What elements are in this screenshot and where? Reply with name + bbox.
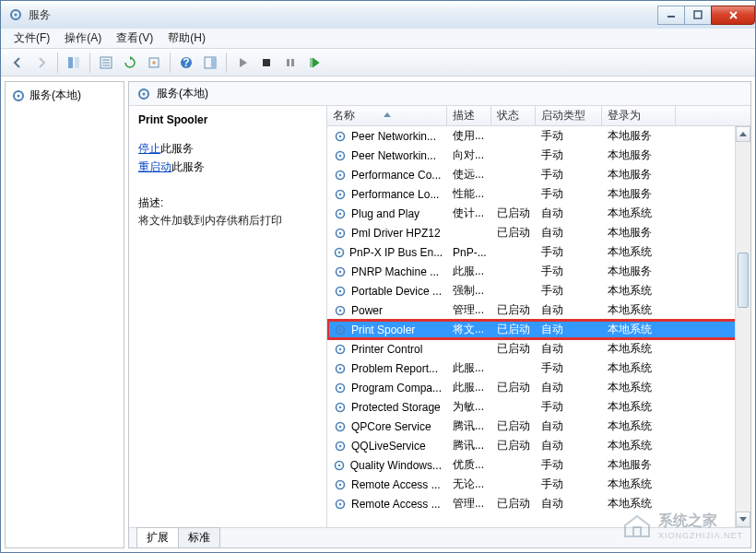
svg-point-61: [339, 502, 341, 504]
vertical-scrollbar[interactable]: [735, 126, 750, 527]
table-row[interactable]: Quality Windows...优质...手动本地服务: [327, 455, 750, 475]
refresh-button[interactable]: [119, 52, 141, 74]
toolbar-separator: [226, 53, 227, 73]
export-button[interactable]: [143, 52, 165, 74]
cell-description: PnP-...: [447, 246, 491, 259]
list-rows[interactable]: Peer Networkin...使用...手动本地服务Peer Network…: [327, 126, 750, 527]
menu-file[interactable]: 文件(F): [6, 29, 57, 48]
sort-asc-icon: [384, 107, 391, 120]
cell-description: 使用...: [447, 128, 491, 144]
table-row[interactable]: Plug and Play使计...已启动自动本地系统: [327, 204, 750, 223]
nav-root-item[interactable]: 服务(本地): [9, 86, 120, 105]
cell-startup: 手动: [536, 264, 602, 279]
cell-logon: 本地服务: [602, 457, 676, 473]
table-row[interactable]: Portable Device ...强制...手动本地系统: [327, 281, 750, 300]
cell-logon: 本地系统: [602, 399, 676, 415]
cell-name: PnP-X IP Bus En...: [327, 245, 447, 260]
properties-button[interactable]: [95, 52, 117, 74]
table-row[interactable]: Power管理...已启动自动本地系统: [327, 300, 750, 320]
table-row[interactable]: QQLiveService腾讯...已启动自动本地系统: [327, 436, 750, 455]
selected-service-title: Print Spooler: [138, 113, 317, 126]
table-row[interactable]: Problem Report...此服...手动本地系统: [327, 359, 750, 378]
svg-point-33: [339, 231, 341, 233]
table-row[interactable]: Performance Co...使远...手动本地服务: [327, 165, 750, 184]
cell-logon: 本地系统: [602, 283, 676, 299]
description-label: 描述:: [138, 195, 317, 211]
service-icon: [333, 129, 348, 144]
titlebar[interactable]: 服务: [1, 1, 755, 29]
service-icon: [333, 284, 348, 299]
forward-button[interactable]: [30, 52, 53, 74]
cell-startup: 手动: [536, 244, 602, 260]
help-button[interactable]: ?: [175, 52, 197, 74]
pause-service-button[interactable]: [279, 52, 301, 74]
close-button[interactable]: [711, 6, 755, 25]
cell-description: 强制...: [447, 283, 491, 299]
start-service-button[interactable]: [231, 52, 254, 74]
service-icon: [333, 148, 348, 163]
scroll-thumb[interactable]: [738, 253, 749, 308]
table-row[interactable]: Peer Networkin...使用...手动本地服务: [327, 126, 750, 146]
table-row[interactable]: Pml Driver HPZ12已启动自动本地服务: [327, 223, 750, 242]
cell-name: Performance Lo...: [327, 187, 447, 202]
cell-logon: 本地服务: [602, 147, 676, 163]
table-row[interactable]: Remote Access ...管理...已启动自动本地系统: [327, 494, 750, 513]
tab-extended[interactable]: 扩展: [136, 527, 179, 547]
table-row[interactable]: PNRP Machine ...此服...手动本地服务: [327, 262, 750, 281]
cell-startup: 手动: [536, 147, 602, 163]
table-row[interactable]: Printer Control已启动自动本地系统: [327, 339, 750, 359]
col-description[interactable]: 描述: [447, 106, 491, 125]
cell-logon: 本地系统: [602, 341, 676, 357]
svg-rect-2: [667, 16, 675, 18]
cell-status: 已启动: [491, 438, 536, 453]
col-startup[interactable]: 启动类型: [536, 106, 602, 125]
scroll-track[interactable]: [736, 142, 750, 512]
cell-startup: 手动: [536, 399, 602, 415]
col-name[interactable]: 名称: [327, 106, 447, 125]
cell-name: Power: [327, 303, 447, 318]
cell-name: Protected Storage: [327, 400, 447, 415]
menu-action[interactable]: 操作(A): [57, 29, 109, 48]
scroll-up-button[interactable]: [736, 126, 750, 142]
cell-description: 无论...: [447, 477, 491, 492]
table-row[interactable]: Program Compa...此服...已启动自动本地系统: [327, 378, 750, 397]
service-icon: [333, 419, 348, 434]
table-row[interactable]: Protected Storage为敏...手动本地系统: [327, 397, 750, 417]
menu-view[interactable]: 查看(V): [109, 29, 160, 48]
svg-rect-3: [694, 11, 702, 18]
table-row[interactable]: Print Spooler将文...已启动自动本地系统: [327, 320, 750, 339]
cell-status: 已启动: [491, 496, 536, 512]
svg-point-1: [15, 14, 18, 17]
stop-suffix: 此服务: [160, 142, 194, 155]
cell-description: 向对...: [447, 147, 491, 163]
svg-point-47: [339, 367, 341, 369]
table-row[interactable]: QPCore Service腾讯...已启动自动本地系统: [327, 417, 750, 436]
restart-link[interactable]: 重启动: [138, 160, 171, 173]
stop-service-button[interactable]: [255, 52, 278, 74]
table-row[interactable]: Peer Networkin...向对...手动本地服务: [327, 146, 750, 165]
stop-link[interactable]: 停止: [138, 142, 160, 155]
cell-logon: 本地系统: [602, 322, 676, 337]
table-row[interactable]: Performance Lo...性能...手动本地服务: [327, 184, 750, 204]
action-pane-button[interactable]: [199, 52, 221, 74]
table-row[interactable]: Remote Access ...无论...手动本地系统: [327, 475, 750, 494]
cell-startup: 自动: [536, 380, 602, 395]
menu-help[interactable]: 帮助(H): [160, 29, 213, 48]
table-row[interactable]: PnP-X IP Bus En...PnP-...手动本地系统: [327, 242, 750, 262]
cell-startup: 自动: [536, 302, 602, 318]
scroll-down-button[interactable]: [736, 512, 750, 527]
cell-name: PNRP Machine ...: [327, 265, 447, 279]
svg-rect-4: [68, 57, 73, 68]
back-button[interactable]: [6, 52, 29, 74]
col-status[interactable]: 状态: [491, 106, 536, 125]
svg-rect-5: [75, 57, 79, 68]
minimize-button[interactable]: [657, 6, 685, 25]
col-logon[interactable]: 登录为: [602, 106, 676, 125]
service-icon: [333, 206, 348, 221]
svg-point-55: [339, 444, 341, 446]
tab-standard[interactable]: 标准: [178, 527, 220, 547]
maximize-button[interactable]: [684, 6, 712, 25]
restart-service-button[interactable]: [303, 52, 325, 74]
nav-tree[interactable]: 服务(本地): [5, 81, 124, 548]
show-hide-tree-button[interactable]: [63, 52, 85, 74]
